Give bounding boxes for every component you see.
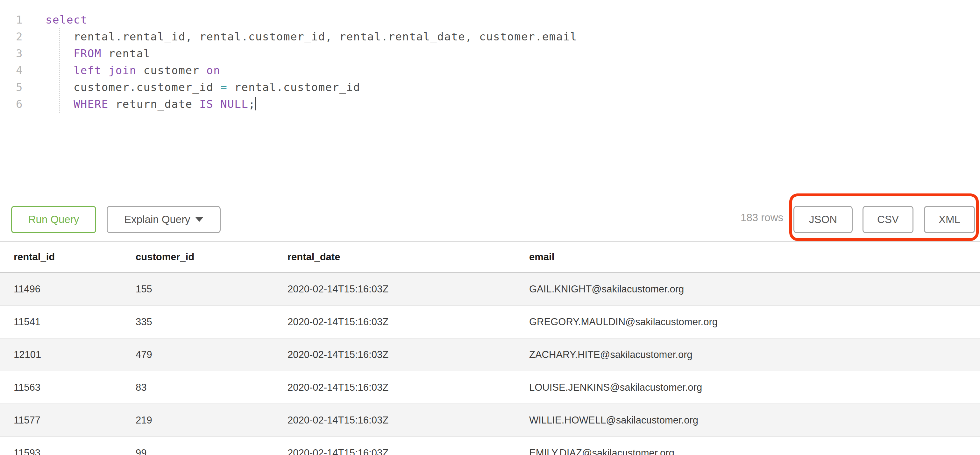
sql-keyword: NULL <box>220 98 248 110</box>
table-cell-email: WILLIE.HOWELL@sakilacustomer.org <box>515 404 980 436</box>
code-line-content: FROM rental <box>46 45 151 62</box>
indent-guide <box>59 28 60 113</box>
column-header-rental-id: rental_id <box>0 242 122 273</box>
table-cell-rental_date: 2020-02-14T15:16:03Z <box>274 371 515 404</box>
table-cell-customer_id: 219 <box>122 404 274 436</box>
explain-query-label: Explain Query <box>124 214 190 225</box>
text-cursor <box>255 97 256 110</box>
sql-text: return_date <box>108 98 200 110</box>
code-line[interactable]: 2 rental.rental_id, rental.customer_id, … <box>0 28 980 45</box>
sql-keyword: IS <box>199 98 213 110</box>
table-row: 121014792020-02-14T15:16:03ZZACHARY.HITE… <box>0 338 980 371</box>
column-header-customer-id: customer_id <box>122 242 274 273</box>
table-cell-email: GAIL.KNIGHT@sakilacustomer.org <box>515 273 980 306</box>
table-cell-email: LOUISE.JENKINS@sakilacustomer.org <box>515 371 980 404</box>
sql-text: customer <box>137 64 207 77</box>
code-line[interactable]: 3 FROM rental <box>0 45 980 62</box>
query-toolbar: Run Query Explain Query 183 rows JSON CS… <box>0 193 980 242</box>
sql-keyword: on <box>206 64 220 77</box>
code-line-content: WHERE return_date IS NULL; <box>46 96 256 113</box>
code-line[interactable]: 4 left join customer on <box>0 62 980 79</box>
code-line-content: rental.rental_id, rental.customer_id, re… <box>46 28 577 45</box>
table-cell-email: ZACHARY.HITE@sakilacustomer.org <box>515 338 980 371</box>
chevron-down-icon <box>196 217 203 222</box>
code-line[interactable]: 1select <box>0 11 980 28</box>
table-cell-rental_date: 2020-02-14T15:16:03Z <box>274 273 515 306</box>
table-cell-rental_id: 11577 <box>0 404 122 436</box>
table-cell-customer_id: 83 <box>122 371 274 404</box>
line-number: 1 <box>0 11 23 28</box>
table-cell-email: GREGORY.MAULDIN@sakilacustomer.org <box>515 306 980 338</box>
results-table: rental_id customer_id rental_date email … <box>0 242 980 455</box>
code-line[interactable]: 6 WHERE return_date IS NULL; <box>0 96 980 113</box>
table-cell-rental_date: 2020-02-14T15:16:03Z <box>274 404 515 436</box>
table-cell-rental_id: 12101 <box>0 338 122 371</box>
table-cell-email: EMILY.DIAZ@sakilacustomer.org <box>515 436 980 455</box>
code-line-content: select <box>46 11 88 28</box>
results-header-row: rental_id customer_id rental_date email <box>0 242 980 273</box>
table-cell-rental_date: 2020-02-14T15:16:03Z <box>274 306 515 338</box>
table-cell-rental_id: 11496 <box>0 273 122 306</box>
table-cell-rental_id: 11593 <box>0 436 122 455</box>
sql-operator: = <box>220 81 228 94</box>
sql-text: rental.customer_id <box>228 81 360 94</box>
export-csv-button[interactable]: CSV <box>862 206 913 233</box>
column-header-email: email <box>515 242 980 273</box>
run-query-label: Run Query <box>28 214 79 225</box>
table-row: 115772192020-02-14T15:16:03ZWILLIE.HOWEL… <box>0 404 980 436</box>
sql-editor[interactable]: 1select2 rental.rental_id, rental.custom… <box>0 0 980 193</box>
explain-query-button[interactable]: Explain Query <box>107 206 221 233</box>
export-xml-button[interactable]: XML <box>924 206 975 233</box>
table-row: 114961552020-02-14T15:16:03ZGAIL.KNIGHT@… <box>0 273 980 306</box>
sql-text: ; <box>248 98 255 110</box>
sql-keyword: left <box>73 64 102 77</box>
code-lines: 1select2 rental.rental_id, rental.custom… <box>0 11 980 113</box>
line-number: 6 <box>0 96 23 113</box>
table-row: 115413352020-02-14T15:16:03ZGREGORY.MAUL… <box>0 306 980 338</box>
table-cell-rental_date: 2020-02-14T15:16:03Z <box>274 436 515 455</box>
export-csv-label: CSV <box>877 214 899 225</box>
export-json-label: JSON <box>809 214 837 225</box>
sql-text <box>213 98 220 110</box>
export-xml-label: XML <box>939 214 960 225</box>
table-row: 11563832020-02-14T15:16:03ZLOUISE.JENKIN… <box>0 371 980 404</box>
sql-text <box>102 64 108 77</box>
table-row: 11593992020-02-14T15:16:03ZEMILY.DIAZ@sa… <box>0 436 980 455</box>
export-json-button[interactable]: JSON <box>794 206 853 233</box>
rows-count: 183 rows <box>741 193 783 242</box>
run-query-button[interactable]: Run Query <box>11 206 96 233</box>
sql-keyword: select <box>46 13 88 26</box>
sql-text: customer.customer_id <box>46 81 220 94</box>
sql-text: rental <box>102 47 151 60</box>
table-cell-customer_id: 155 <box>122 273 274 306</box>
sql-keyword: WHERE <box>73 98 108 110</box>
line-number: 3 <box>0 45 23 62</box>
table-cell-rental_date: 2020-02-14T15:16:03Z <box>274 338 515 371</box>
sql-keyword: FROM <box>73 47 102 60</box>
table-cell-customer_id: 479 <box>122 338 274 371</box>
line-number: 4 <box>0 62 23 79</box>
column-header-rental-date: rental_date <box>274 242 515 273</box>
table-cell-customer_id: 99 <box>122 436 274 455</box>
code-line-content: left join customer on <box>46 62 220 79</box>
code-line[interactable]: 5 customer.customer_id = rental.customer… <box>0 79 980 96</box>
table-cell-rental_id: 11563 <box>0 371 122 404</box>
sql-keyword: join <box>108 64 137 77</box>
line-number: 5 <box>0 79 23 96</box>
table-cell-rental_id: 11541 <box>0 306 122 338</box>
sql-text: rental.rental_id, rental.customer_id, re… <box>46 30 577 43</box>
table-cell-customer_id: 335 <box>122 306 274 338</box>
line-number: 2 <box>0 28 23 45</box>
code-line-content: customer.customer_id = rental.customer_i… <box>46 79 360 96</box>
